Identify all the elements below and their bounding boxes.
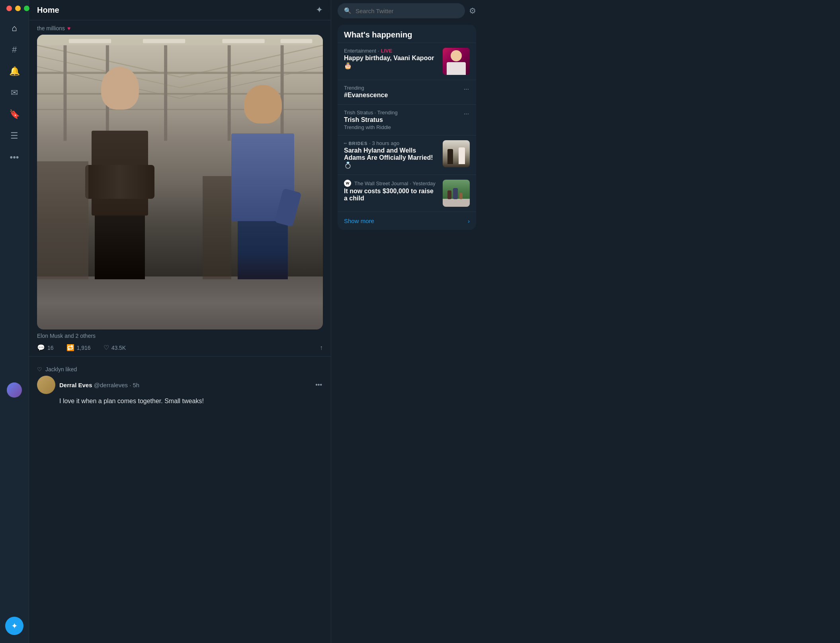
sidebar-item-messages[interactable]: ✉ bbox=[5, 84, 23, 102]
page-title: Home bbox=[37, 6, 59, 15]
trish-sub: Trending with Riddle bbox=[344, 124, 458, 130]
svg-rect-11 bbox=[37, 72, 323, 74]
close-button[interactable] bbox=[6, 6, 12, 11]
svg-rect-17 bbox=[228, 45, 231, 141]
svg-rect-7 bbox=[69, 39, 111, 43]
brides-image bbox=[443, 140, 470, 167]
sidebar-item-home[interactable]: ⌂ bbox=[5, 19, 23, 37]
retweet-icon: 🔁 bbox=[66, 344, 74, 351]
svg-rect-16 bbox=[164, 45, 167, 141]
search-bar-container: 🔍 ⚙ bbox=[338, 0, 476, 25]
trending-item-trish[interactable]: Trish Stratus · Trending Trish Stratus T… bbox=[338, 104, 476, 135]
evanescence-label: Trending bbox=[344, 85, 458, 91]
messages-icon: ✉ bbox=[11, 88, 18, 98]
settings-icon[interactable]: ⚙ bbox=[469, 6, 476, 16]
liked-heart-icon: ♡ bbox=[37, 366, 42, 372]
tweet-caption: Elon Musk and 2 others bbox=[37, 333, 323, 339]
show-more-row: Show more › bbox=[338, 212, 476, 230]
author-handle: @derraleves bbox=[94, 382, 128, 388]
search-icon: 🔍 bbox=[344, 7, 352, 14]
tweet-actions: 💬 16 🔁 1,916 ♡ 43.5K ↑ bbox=[37, 342, 323, 353]
wsj-logo: W bbox=[344, 180, 351, 187]
brides-time: · 3 hours ago bbox=[369, 140, 399, 146]
explore-icon: # bbox=[12, 45, 17, 55]
search-input[interactable] bbox=[356, 8, 459, 14]
live-badge: LIVE bbox=[381, 48, 393, 54]
more-icon: ••• bbox=[10, 152, 19, 163]
comment-action[interactable]: 💬 16 bbox=[37, 344, 54, 351]
tweet-time: · bbox=[129, 382, 133, 388]
heart-icon: ♥ bbox=[67, 25, 70, 31]
sparkle-icon[interactable]: ✦ bbox=[316, 5, 323, 15]
liked-tweet: ♡ Jacklyn liked Derral Eves @derraleves … bbox=[29, 356, 331, 409]
show-more-text: Show more bbox=[344, 218, 374, 224]
like-count: 43.5K bbox=[111, 345, 126, 351]
author-name: Derral Eves bbox=[59, 382, 92, 388]
svg-rect-8 bbox=[143, 39, 185, 43]
evanescence-topic: #Evanescence bbox=[344, 92, 458, 99]
brides-meta: BRIDES · 3 hours ago bbox=[344, 140, 438, 146]
notifications-icon: 🔔 bbox=[9, 66, 20, 76]
sidebar-item-explore[interactable]: # bbox=[5, 41, 23, 59]
retweet-action[interactable]: 🔁 1,916 bbox=[66, 344, 91, 351]
tweet-post: the millions ♥ bbox=[29, 20, 331, 356]
tweet-author-info: Derral Eves @derraleves · 5h bbox=[59, 382, 139, 388]
search-wrapper[interactable]: 🔍 bbox=[338, 3, 465, 18]
trending-item-vaani[interactable]: Entertainment · LIVE Happy birthday, Vaa… bbox=[338, 43, 476, 80]
sidebar-avatar[interactable] bbox=[5, 381, 23, 399]
share-action[interactable]: ↑ bbox=[320, 344, 323, 351]
svg-rect-9 bbox=[222, 39, 264, 43]
show-more-link[interactable]: Show more › bbox=[344, 218, 470, 224]
wsj-time: · Yesterday bbox=[410, 180, 435, 186]
trish-more-button[interactable]: ··· bbox=[463, 110, 470, 118]
comment-count: 16 bbox=[47, 345, 54, 351]
whats-happening-title: What's happening bbox=[338, 25, 476, 43]
dot-separator: · bbox=[378, 48, 379, 54]
compose-button[interactable]: ✦ bbox=[5, 617, 23, 635]
feed-header: Home ✦ bbox=[29, 0, 331, 20]
home-icon: ⌂ bbox=[12, 23, 17, 33]
trending-item-brides[interactable]: BRIDES · 3 hours ago Sarah Hyland and We… bbox=[338, 135, 476, 174]
derral-avatar bbox=[37, 376, 55, 394]
main-feed: Home ✦ the millions ♥ bbox=[29, 0, 331, 643]
trending-wsj-content: W The Wall Street Journal · Yesterday It… bbox=[344, 180, 438, 203]
wsj-source: The Wall Street Journal bbox=[354, 180, 408, 186]
window-controls bbox=[6, 6, 29, 11]
liked-by-text: Jacklyn liked bbox=[45, 366, 77, 372]
trending-trish-content: Trish Stratus · Trending Trish Stratus T… bbox=[344, 110, 458, 130]
svg-rect-10 bbox=[281, 39, 313, 43]
vaani-category: Entertainment bbox=[344, 48, 376, 54]
tweet-text: I love it when a plan comes together. Sm… bbox=[29, 396, 331, 409]
tweet-top-label: the millions ♥ bbox=[37, 25, 323, 31]
tweet-image-content bbox=[37, 35, 323, 329]
like-action[interactable]: ♡ 43.5K bbox=[104, 344, 126, 351]
trending-item-evanescence[interactable]: Trending #Evanescence ··· bbox=[338, 80, 476, 104]
vaani-meta: Entertainment · LIVE bbox=[344, 48, 438, 54]
right-sidebar: 🔍 ⚙ What's happening Entertainment · LIV… bbox=[331, 0, 483, 643]
trending-item-wsj[interactable]: W The Wall Street Journal · Yesterday It… bbox=[338, 174, 476, 212]
more-options-button[interactable]: ••• bbox=[315, 380, 323, 389]
left-sidebar: ⌂ # 🔔 ✉ 🔖 ☰ ••• ✦ bbox=[0, 0, 29, 643]
retweet-count: 1,916 bbox=[77, 345, 91, 351]
trending-brides-content: BRIDES · 3 hours ago Sarah Hyland and We… bbox=[344, 140, 438, 170]
compose-icon: ✦ bbox=[11, 621, 18, 631]
vaani-image bbox=[443, 48, 470, 75]
sidebar-item-notifications[interactable]: 🔔 bbox=[5, 62, 23, 80]
comment-icon: 💬 bbox=[37, 344, 45, 351]
avatar bbox=[7, 382, 22, 398]
tweet-author-row: Derral Eves @derraleves · 5h ••• bbox=[29, 374, 331, 396]
chevron-right-icon: › bbox=[468, 218, 470, 224]
evanescence-more-button[interactable]: ··· bbox=[463, 85, 470, 94]
minimize-button[interactable] bbox=[15, 6, 21, 11]
sidebar-item-more[interactable]: ••• bbox=[5, 148, 23, 167]
trending-evanescence-content: Trending #Evanescence bbox=[344, 85, 458, 100]
wsj-meta: W The Wall Street Journal · Yesterday bbox=[344, 180, 438, 187]
sidebar-item-bookmarks[interactable]: 🔖 bbox=[5, 105, 23, 124]
whats-happening-box: What's happening Entertainment · LIVE Ha… bbox=[338, 25, 476, 230]
sidebar-item-lists[interactable]: ☰ bbox=[5, 127, 23, 145]
trending-item-vaani-content: Entertainment · LIVE Happy birthday, Vaa… bbox=[344, 48, 438, 70]
maximize-button[interactable] bbox=[24, 6, 29, 11]
label-text: the millions bbox=[37, 25, 65, 31]
share-icon: ↑ bbox=[320, 344, 323, 351]
wsj-topic: It now costs $300,000 to raise a child bbox=[344, 188, 438, 202]
